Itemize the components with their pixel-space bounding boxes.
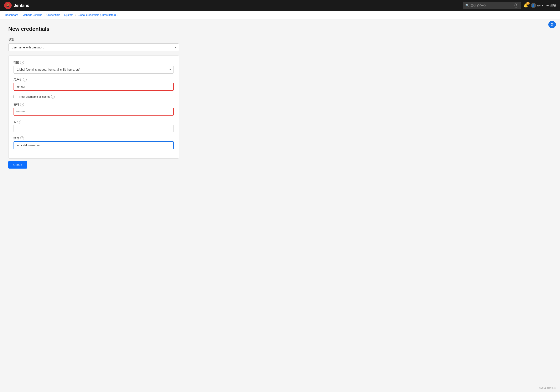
scope-select[interactable]: Global (Jenkins, nodes, items, all child… bbox=[13, 66, 174, 74]
description-help-icon[interactable]: ? bbox=[20, 136, 24, 140]
logo-text: Jenkins bbox=[14, 3, 29, 8]
notification-bell[interactable]: 🔔 2 bbox=[523, 3, 528, 8]
footer-text: ©2011 命博主羊 bbox=[539, 387, 556, 389]
header: Jenkins 🔍 ? 🔔 2 👤 wy ▾ ↪ 注销 bbox=[0, 0, 560, 11]
svg-point-1 bbox=[7, 4, 8, 5]
id-help-icon[interactable]: ? bbox=[18, 120, 21, 124]
breadcrumb-sep-4: › bbox=[75, 13, 76, 16]
id-input[interactable] bbox=[13, 125, 174, 132]
password-label: 密码 ? bbox=[13, 103, 174, 106]
logout-label: 注销 bbox=[550, 4, 556, 7]
username-label: 用户名 ? bbox=[13, 78, 174, 81]
scope-label: 范围 ? bbox=[13, 61, 174, 64]
type-select-wrapper: Username with passwordSecret textSecret … bbox=[8, 43, 179, 51]
search-help-icon[interactable]: ? bbox=[514, 3, 518, 8]
password-row: 密码 ? bbox=[13, 103, 174, 115]
logo[interactable]: Jenkins bbox=[4, 2, 29, 9]
credentials-inner-panel: 范围 ? Global (Jenkins, nodes, items, all … bbox=[8, 56, 179, 159]
type-label: 类型 bbox=[8, 38, 179, 42]
scope-row: 范围 ? Global (Jenkins, nodes, items, all … bbox=[13, 61, 174, 74]
scope-help-icon[interactable]: ? bbox=[20, 61, 24, 64]
user-avatar-icon: 👤 bbox=[531, 3, 536, 8]
breadcrumb-dashboard[interactable]: Dashboard bbox=[5, 13, 18, 16]
jenkins-logo-icon bbox=[4, 2, 12, 9]
create-button[interactable]: Create bbox=[8, 161, 27, 169]
header-icons: 🔔 2 👤 wy ▾ ↪ 注销 bbox=[523, 3, 556, 8]
treat-username-checkbox[interactable] bbox=[13, 95, 17, 98]
treat-username-row: Treat username as secret ? bbox=[13, 95, 174, 98]
breadcrumb-sep-2: › bbox=[44, 13, 45, 16]
type-section: 类型 Username with passwordSecret textSecr… bbox=[8, 38, 179, 51]
password-help-icon[interactable]: ? bbox=[20, 103, 24, 106]
search-icon: 🔍 bbox=[465, 4, 469, 7]
page-title: New credentials bbox=[8, 26, 179, 32]
logout-button[interactable]: ↪ 注销 bbox=[546, 4, 556, 7]
treat-username-help-icon[interactable]: ? bbox=[51, 95, 55, 98]
treat-username-label: Treat username as secret ? bbox=[19, 95, 55, 98]
scope-select-wrapper: Global (Jenkins, nodes, items, all child… bbox=[13, 66, 174, 74]
breadcrumb-system[interactable]: System bbox=[64, 13, 73, 16]
breadcrumb-global-credentials[interactable]: Global credentials (unrestricted) bbox=[78, 13, 116, 16]
breadcrumb-credentials[interactable]: Credentials bbox=[46, 13, 60, 16]
password-input[interactable] bbox=[13, 108, 174, 115]
description-input[interactable] bbox=[13, 141, 174, 149]
user-name: wy bbox=[537, 4, 541, 7]
search-bar[interactable]: 🔍 ? bbox=[463, 2, 521, 9]
svg-point-2 bbox=[8, 4, 9, 5]
search-input[interactable] bbox=[470, 4, 513, 7]
user-menu[interactable]: 👤 wy ▾ bbox=[531, 3, 543, 8]
description-label: 描述 ? bbox=[13, 136, 174, 140]
chevron-down-icon: ▾ bbox=[542, 4, 543, 7]
breadcrumb-sep-3: › bbox=[62, 13, 63, 16]
username-help-icon[interactable]: ? bbox=[23, 78, 27, 81]
breadcrumb-sep-5: › bbox=[118, 13, 118, 16]
breadcrumb-sep-1: › bbox=[20, 13, 21, 16]
id-row: ID ? bbox=[13, 120, 174, 132]
footer: ©2011 命博主羊 bbox=[539, 386, 556, 390]
breadcrumb: Dashboard › Manage Jenkins › Credentials… bbox=[0, 11, 560, 19]
logout-icon: ↪ bbox=[546, 4, 549, 7]
breadcrumb-manage-jenkins[interactable]: Manage Jenkins bbox=[22, 13, 42, 16]
username-row: 用户名 ? bbox=[13, 78, 174, 91]
plugin-icon[interactable]: ⚙ bbox=[548, 21, 556, 28]
username-input[interactable] bbox=[13, 83, 174, 91]
notification-badge: 2 bbox=[526, 2, 530, 5]
main-content: New credentials 类型 Username with passwor… bbox=[0, 19, 187, 175]
id-label: ID ? bbox=[13, 120, 174, 124]
type-select[interactable]: Username with passwordSecret textSecret … bbox=[8, 43, 179, 51]
description-row: 描述 ? bbox=[13, 136, 174, 149]
